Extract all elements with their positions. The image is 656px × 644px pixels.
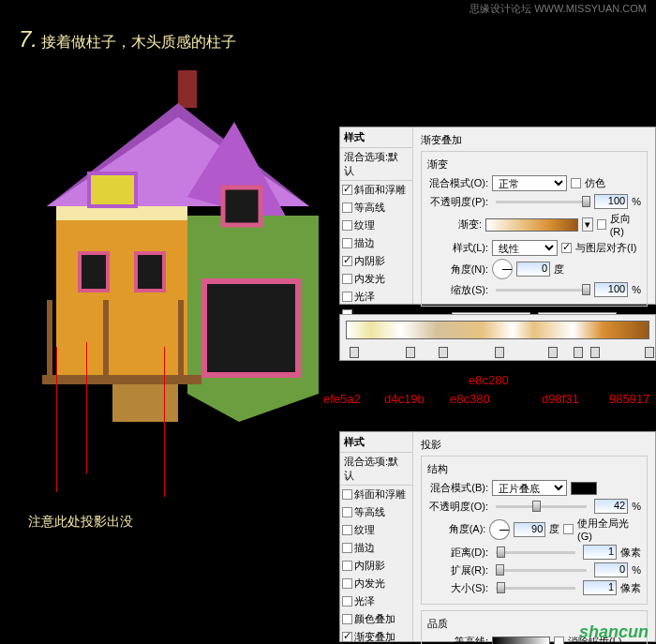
spread-slider[interactable]: [496, 569, 587, 572]
scale-slider[interactable]: [496, 289, 587, 292]
antialias-checkbox[interactable]: [554, 637, 564, 644]
style-item-描边[interactable]: 描边: [340, 539, 412, 557]
gradient-stop[interactable]: [590, 347, 600, 358]
style-item-内阴影[interactable]: 内阴影: [340, 557, 412, 575]
opacity-input[interactable]: 100: [594, 194, 628, 209]
group-label: 结构: [427, 462, 641, 476]
color-annotation: e8c380: [450, 392, 490, 406]
style-item-渐变叠加[interactable]: 渐变叠加: [340, 628, 412, 644]
angle-dial[interactable]: [492, 259, 513, 279]
gradient-stop-editor[interactable]: [339, 314, 656, 361]
svg-rect-10: [223, 187, 261, 225]
reverse-checkbox[interactable]: [597, 219, 606, 230]
size-input[interactable]: 1: [583, 580, 617, 595]
angle-input[interactable]: 90: [514, 522, 546, 537]
color-swatch[interactable]: [571, 482, 597, 495]
step-number: 7.: [19, 26, 37, 52]
style-checkbox[interactable]: [342, 507, 352, 517]
style-label: 光泽: [354, 594, 375, 608]
house-illustration: [19, 66, 337, 441]
degree-label: 度: [554, 262, 564, 277]
style-item-内发光[interactable]: 内发光: [340, 575, 412, 592]
angle-dial[interactable]: [489, 519, 509, 540]
dither-checkbox[interactable]: [571, 178, 581, 188]
style-label: 渐变叠加: [354, 630, 395, 644]
layer-style-dialog-gradient: 样式 混合选项:默认 斜面和浮雕等高线纹理描边内阴影内发光光泽颜色叠加渐变叠加 …: [339, 127, 656, 305]
distance-input[interactable]: 1: [583, 545, 617, 560]
style-select[interactable]: 线性: [492, 240, 558, 256]
gradient-preview-bar[interactable]: [346, 321, 649, 339]
shadow-note: 注意此处投影出没: [28, 514, 133, 531]
opacity-input[interactable]: 42: [594, 499, 628, 514]
svg-rect-9: [89, 173, 136, 206]
style-item-光泽[interactable]: 光泽: [340, 592, 412, 610]
blend-options-row[interactable]: 混合选项:默认: [340, 148, 412, 181]
styles-list: 样式 混合选项:默认 斜面和浮雕等高线纹理描边内阴影内发光光泽颜色叠加渐变叠加图…: [340, 432, 413, 641]
style-checkbox[interactable]: [342, 274, 352, 284]
opacity-slider[interactable]: [496, 201, 587, 203]
blend-mode-select[interactable]: 正常: [492, 175, 567, 191]
style-item-颜色叠加[interactable]: 颜色叠加: [340, 610, 412, 628]
style-checkbox[interactable]: [342, 220, 352, 231]
style-item-描边[interactable]: 描边: [340, 234, 412, 252]
style-checkbox[interactable]: [342, 238, 352, 248]
align-checkbox[interactable]: [561, 243, 572, 253]
style-checkbox[interactable]: [342, 614, 352, 624]
style-item-纹理[interactable]: 纹理: [340, 521, 412, 539]
color-annotation: e8c280: [469, 373, 509, 387]
gradient-stop[interactable]: [406, 347, 415, 358]
style-checkbox[interactable]: [342, 596, 352, 607]
opacity-slider[interactable]: [496, 505, 587, 508]
blend-mode-select[interactable]: 正片叠底: [492, 480, 567, 496]
style-checkbox[interactable]: [342, 632, 352, 642]
style-checkbox[interactable]: [342, 525, 352, 535]
gradient-stop[interactable]: [645, 347, 654, 358]
gradient-stop[interactable]: [350, 347, 359, 358]
angle-input[interactable]: 0: [516, 262, 550, 277]
style-checkbox[interactable]: [342, 543, 352, 553]
style-item-等高线[interactable]: 等高线: [340, 503, 412, 521]
style-checkbox[interactable]: [342, 489, 352, 500]
distance-slider[interactable]: [496, 551, 575, 554]
style-label: 等高线: [354, 201, 385, 215]
reverse-label: 反向(R): [610, 212, 641, 237]
blend-options-row[interactable]: 混合选项:默认: [340, 453, 412, 486]
dither-label: 仿色: [585, 176, 605, 190]
svg-rect-17: [112, 384, 178, 422]
gradient-picker[interactable]: [485, 218, 578, 232]
pct-label: %: [632, 284, 641, 295]
contour-picker[interactable]: [492, 637, 550, 645]
style-item-等高线[interactable]: 等高线: [340, 199, 412, 217]
gradient-dropdown-icon[interactable]: ▾: [582, 217, 593, 232]
style-label: 光泽: [354, 290, 375, 304]
gradient-stop[interactable]: [548, 347, 558, 358]
opacity-label: 不透明度(O):: [427, 500, 488, 514]
style-item-斜面和浮雕[interactable]: 斜面和浮雕: [340, 181, 412, 199]
watermark-text: 思缘设计论坛 WWW.MISSYUAN.COM: [470, 2, 647, 16]
style-item-光泽[interactable]: 光泽: [340, 288, 412, 306]
style-item-纹理[interactable]: 纹理: [340, 217, 412, 234]
style-checkbox[interactable]: [342, 256, 352, 266]
align-label: 与图层对齐(I): [575, 241, 636, 255]
style-item-斜面和浮雕[interactable]: 斜面和浮雕: [340, 486, 412, 503]
gradient-stop[interactable]: [574, 347, 583, 358]
styles-header: 样式: [340, 432, 412, 453]
global-light-checkbox[interactable]: [563, 524, 574, 534]
style-checkbox[interactable]: [342, 578, 352, 589]
style-checkbox[interactable]: [342, 561, 352, 571]
color-annotation: d98f31: [542, 392, 579, 406]
gradient-stop[interactable]: [495, 347, 504, 358]
style-checkbox[interactable]: [342, 185, 352, 195]
scale-input[interactable]: 100: [594, 282, 628, 297]
layer-style-dialog-shadow: 样式 混合选项:默认 斜面和浮雕等高线纹理描边内阴影内发光光泽颜色叠加渐变叠加图…: [339, 431, 656, 642]
style-checkbox[interactable]: [342, 292, 352, 302]
gradient-stop[interactable]: [439, 347, 448, 358]
style-item-内发光[interactable]: 内发光: [340, 270, 412, 288]
svg-rect-15: [103, 300, 109, 375]
style-label: 内发光: [354, 272, 385, 286]
size-slider[interactable]: [496, 587, 575, 590]
style-item-内阴影[interactable]: 内阴影: [340, 252, 412, 270]
spread-input[interactable]: 0: [594, 562, 628, 577]
contour-label: 等高线:: [427, 635, 488, 644]
style-checkbox[interactable]: [342, 202, 352, 213]
